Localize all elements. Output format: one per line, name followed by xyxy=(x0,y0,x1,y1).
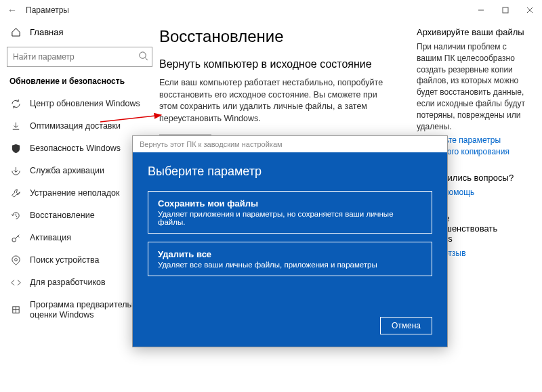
maximize-button[interactable] xyxy=(493,0,518,20)
sidebar-item-label: Оптимизация доставки xyxy=(30,121,150,131)
home-link[interactable]: Главная xyxy=(0,23,159,41)
section-title: Вернуть компьютер в исходное состояние xyxy=(159,58,403,70)
option-remove-all[interactable]: Удалить все Удаляет все ваши личные файл… xyxy=(148,242,432,276)
sidebar-item-update[interactable]: Центр обновления Windows xyxy=(0,93,159,115)
cancel-button[interactable]: Отмена xyxy=(380,317,432,334)
option-desc: Удаляет все ваши личные файлы, приложени… xyxy=(158,261,422,269)
backup-icon xyxy=(9,166,22,176)
sync-icon xyxy=(9,99,22,109)
page-title: Восстановление xyxy=(159,27,403,46)
back-icon[interactable]: ← xyxy=(5,5,19,16)
home-label: Главная xyxy=(30,27,63,37)
section-desc: Если ваш компьютер работает нестабильно,… xyxy=(159,77,390,125)
svg-point-4 xyxy=(140,52,146,58)
wrench-icon xyxy=(9,188,22,198)
search-icon xyxy=(138,51,148,64)
sidebar-item-delivery[interactable]: Оптимизация доставки xyxy=(0,115,159,137)
svg-rect-1 xyxy=(503,7,508,13)
dialog-title: Вернуть этот ПК к заводским настройкам xyxy=(133,136,447,152)
titlebar: ← Параметры xyxy=(0,0,542,20)
option-desc: Удаляет приложения и параметры, но сохра… xyxy=(158,210,422,226)
dialog-heading: Выберите параметр xyxy=(148,165,432,179)
svg-line-5 xyxy=(145,58,148,60)
search-wrap xyxy=(7,47,152,67)
history-icon xyxy=(9,211,22,221)
option-keep-files[interactable]: Сохранить мои файлы Удаляет приложения и… xyxy=(148,191,432,234)
shield-icon xyxy=(9,144,22,154)
backup-text: При наличии проблем с вашим ПК целесообр… xyxy=(417,41,528,132)
key-icon xyxy=(9,233,22,243)
minimize-button[interactable] xyxy=(469,0,493,20)
option-title: Сохранить мои файлы xyxy=(158,198,422,209)
backup-heading: Архивируйте ваши файлы xyxy=(417,27,528,37)
download-icon xyxy=(9,121,22,131)
window-controls xyxy=(469,0,542,20)
section-heading: Обновление и безопасность xyxy=(0,77,159,93)
flag-icon xyxy=(9,305,22,315)
option-title: Удалить все xyxy=(158,249,422,259)
sidebar-item-label: Центр обновления Windows xyxy=(30,99,150,109)
location-icon xyxy=(9,255,22,265)
home-icon xyxy=(9,27,22,37)
svg-point-7 xyxy=(14,259,17,261)
window-title: Параметры xyxy=(26,5,69,15)
close-button[interactable] xyxy=(518,0,542,20)
code-icon xyxy=(9,278,22,288)
reset-dialog: Вернуть этот ПК к заводским настройкам В… xyxy=(132,135,448,347)
search-input[interactable] xyxy=(7,47,152,67)
